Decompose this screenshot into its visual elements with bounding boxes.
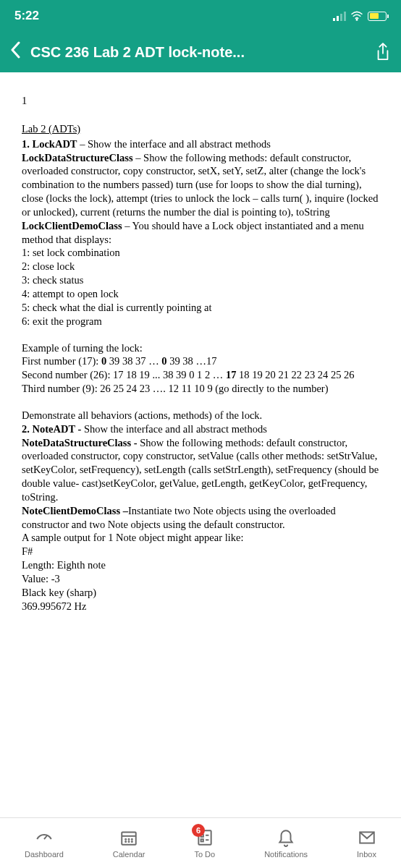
example-heading: Example of turning the lock: [22, 341, 379, 355]
svg-point-9 [132, 841, 132, 841]
note-ds-line: NoteDataStructureClass - Show the follow… [22, 436, 379, 504]
sample-4: Black key (sharp) [22, 586, 379, 600]
page-title: CSC 236 Lab 2 ADT lock-note... [30, 44, 365, 61]
nav-inbox[interactable]: Inbox [357, 828, 376, 859]
sample-3: Value: -3 [22, 572, 379, 586]
third-number-line: Third number (9): 26 25 24 23 …. 12 11 1… [22, 382, 379, 396]
sample-5: 369.995672 Hz [22, 600, 379, 613]
menu-item-1: 1: set lock combination [22, 246, 379, 260]
wifi-icon [350, 11, 363, 21]
battery-icon [368, 12, 387, 21]
demonstrate-line: Demonstrate all behaviors (actions, meth… [22, 409, 379, 422]
share-icon[interactable] [375, 43, 391, 61]
svg-point-7 [125, 841, 126, 841]
dashboard-icon [35, 828, 54, 847]
bell-icon [277, 828, 295, 847]
note-client-line: NoteClientDemoClass –Instantiate two Not… [22, 504, 379, 532]
svg-point-4 [125, 838, 126, 839]
lock-ds-line: LockDataStructureClass – Show the follow… [22, 151, 379, 219]
lock-client-line: LockClientDemoClass – You should have a … [22, 219, 379, 247]
nav-calendar[interactable]: Calendar [113, 828, 145, 859]
svg-line-1 [44, 835, 47, 838]
svg-rect-13 [200, 839, 203, 841]
signal-icon [333, 12, 346, 21]
status-bar: 5:22 [0, 0, 401, 32]
page-number: 1 [22, 94, 379, 108]
lab-title: Lab 2 (ADTs) [22, 122, 379, 136]
second-number-line: Second number (26): 17 18 19 ... 38 39 0… [22, 368, 379, 382]
back-button[interactable] [10, 41, 20, 64]
sample-1: F# [22, 545, 379, 558]
nav-dashboard-label: Dashboard [25, 850, 64, 859]
menu-item-5: 5: check what the dial is currently poin… [22, 301, 379, 315]
bottom-nav: Dashboard Calendar 6 To Do Noti [0, 817, 401, 868]
menu-item-6: 6: exit the program [22, 315, 379, 328]
note-adt-line: 2. NoteADT - Show the interface and all … [22, 422, 379, 436]
menu-item-2: 2: close lock [22, 260, 379, 273]
sample-2: Length: Eighth note [22, 558, 379, 572]
nav-todo[interactable]: 6 To Do [194, 828, 215, 859]
nav-notifications-label: Notifications [264, 850, 308, 859]
nav-bar: CSC 236 Lab 2 ADT lock-note... [0, 32, 401, 72]
nav-notifications[interactable]: Notifications [264, 828, 308, 859]
first-number-line: First number (17): 0 39 38 37 … 0 39 38 … [22, 354, 379, 368]
sample-output-line: A sample output for 1 Note object might … [22, 531, 379, 545]
calendar-icon [119, 828, 138, 847]
nav-dashboard[interactable]: Dashboard [25, 828, 64, 859]
svg-point-8 [129, 841, 130, 841]
nav-todo-label: To Do [194, 850, 215, 859]
mail-icon [358, 828, 376, 847]
menu-item-3: 3: check status [22, 273, 379, 287]
status-icons [333, 11, 387, 21]
todo-badge: 6 [192, 824, 205, 837]
svg-point-6 [132, 838, 132, 839]
lock-adt-line: 1. LockADT – Show the interface and all … [22, 137, 379, 151]
nav-inbox-label: Inbox [357, 850, 376, 859]
nav-calendar-label: Calendar [113, 850, 145, 859]
menu-item-4: 4: attempt to open lock [22, 287, 379, 301]
document-content[interactable]: 1 Lab 2 (ADTs) 1. LockADT – Show the int… [0, 72, 401, 635]
svg-point-0 [356, 20, 358, 21]
svg-point-5 [129, 838, 130, 839]
status-time: 5:22 [14, 9, 39, 23]
